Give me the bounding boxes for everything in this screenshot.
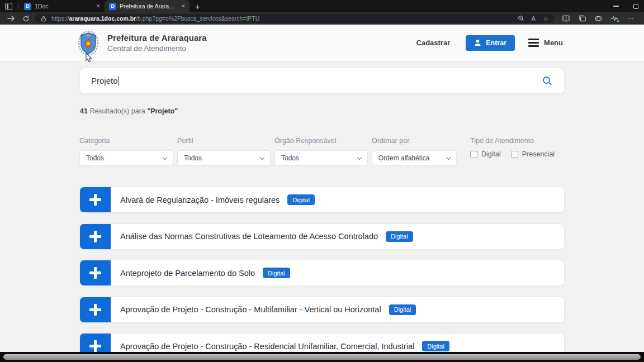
browser-tab-strip: D 1Doc × D Prefeitura de Araraquara | 1D… <box>0 0 644 12</box>
perfil-label: Perfil <box>177 137 271 145</box>
collections-icon[interactable] <box>577 15 586 22</box>
window-restore-button[interactable] <box>633 4 638 9</box>
service-title: Anteprojeto de Parcelamento do Solo <box>120 269 255 278</box>
service-title: Aprovação de Projeto - Construção - Mult… <box>120 305 381 314</box>
tipo-atendimento-label: Tipo de Atendimento <box>470 137 555 145</box>
browser-essentials-icon[interactable] <box>610 15 619 22</box>
tab-title: Prefeitura de Araraquara | 1Doc <box>120 3 178 9</box>
login-button[interactable]: Entrar <box>466 35 515 51</box>
new-tab-button[interactable]: + <box>195 2 200 11</box>
register-link[interactable]: Cadastrar <box>416 39 451 47</box>
tab-title: 1Doc <box>35 3 93 9</box>
expand-plus-icon[interactable] <box>80 260 111 285</box>
ordenar-select[interactable]: Ordem alfabética <box>372 150 457 166</box>
digital-badge: Digital <box>386 231 413 242</box>
hamburger-icon <box>528 39 539 47</box>
digital-checkbox[interactable]: Digital <box>470 150 501 158</box>
service-title: Alvará de Regularização - Imóveis regula… <box>120 196 280 204</box>
menu-button[interactable]: Menu <box>528 39 563 47</box>
refresh-icon[interactable] <box>20 14 31 23</box>
services-list: Alvará de Regularização - Imóveis regula… <box>79 187 565 362</box>
site-header: Prefeitura de Araraquara Central de Aten… <box>0 25 644 61</box>
site-favicon: D <box>24 3 31 10</box>
browser-tab-1doc[interactable]: D 1Doc × <box>20 0 105 12</box>
read-aloud-icon[interactable]: A <box>529 15 538 22</box>
digital-badge: Digital <box>389 304 416 315</box>
checkbox-icon[interactable] <box>511 151 518 158</box>
service-card[interactable]: Aprovação de Projeto - Construção - Mult… <box>79 297 565 323</box>
tab-close-icon[interactable]: × <box>181 3 185 9</box>
perfil-select[interactable]: Todos <box>177 150 271 166</box>
chevron-down-icon <box>163 155 167 159</box>
person-icon <box>474 39 481 46</box>
forward-icon[interactable] <box>6 14 17 23</box>
chevron-down-icon <box>357 155 362 159</box>
browser-tab-active[interactable]: D Prefeitura de Araraquara | 1Doc × <box>105 0 190 12</box>
split-screen-icon[interactable] <box>561 15 570 22</box>
service-card[interactable]: Alvará de Regularização - Imóveis regula… <box>79 187 565 213</box>
search-input[interactable]: Projeto <box>79 68 565 94</box>
lock-icon[interactable] <box>39 15 48 22</box>
favorites-star-icon[interactable]: ☆ <box>541 15 550 22</box>
categoria-select[interactable]: Todos <box>79 150 173 166</box>
digital-badge: Digital <box>422 341 449 351</box>
search-value: Projeto <box>91 76 118 85</box>
search-icon[interactable] <box>542 75 553 87</box>
service-card[interactable]: Análise das Normas Construtivas de Lotea… <box>79 223 565 250</box>
browser-toolbar: https://araraquara.1doc.com.br/b.php?pg=… <box>0 12 644 25</box>
status-dot <box>617 20 619 22</box>
expand-plus-icon[interactable] <box>80 297 111 322</box>
tab-divider <box>18 3 18 9</box>
orgao-select[interactable]: Todos <box>274 150 368 166</box>
expand-plus-icon[interactable] <box>80 224 111 249</box>
copilot-icon[interactable] <box>594 15 603 22</box>
tab-actions-icon[interactable] <box>5 3 12 10</box>
ordenar-label: Ordenar por <box>372 137 457 145</box>
url-text: https://araraquara.1doc.com.br/b.php?pg=… <box>51 15 513 22</box>
digital-badge: Digital <box>287 194 315 205</box>
expand-plus-icon[interactable] <box>80 187 111 212</box>
chevron-down-icon <box>446 155 451 159</box>
org-subtitle: Central de Atendimento <box>107 44 207 53</box>
tab-close-icon[interactable]: × <box>96 3 100 9</box>
bottom-scrollbar-track <box>0 352 644 362</box>
checkbox-icon[interactable] <box>470 151 477 158</box>
address-bar[interactable]: https://araraquara.1doc.com.br/b.php?pg=… <box>35 14 555 23</box>
brand[interactable]: Prefeitura de Araraquara Central de Aten… <box>77 30 207 56</box>
text-caret <box>119 76 119 86</box>
site-favicon: D <box>109 3 116 10</box>
filters-bar: Categoria Todos Perfil Todos Órgão Respo… <box>79 137 565 166</box>
service-card[interactable]: Anteprojeto de Parcelamento do Solo Digi… <box>79 260 565 286</box>
digital-badge: Digital <box>263 268 290 278</box>
orgao-label: Órgão Responsável <box>274 137 368 145</box>
settings-menu-icon[interactable]: ⋯ <box>626 15 635 22</box>
mouse-cursor <box>86 53 93 63</box>
service-title: Aprovação de Projeto - Construção - Resi… <box>120 342 414 351</box>
presencial-checkbox[interactable]: Presencial <box>511 150 555 158</box>
service-title: Análise das Normas Construtivas de Lotea… <box>120 232 378 241</box>
org-name: Prefeitura de Araraquara <box>107 33 207 42</box>
city-crest-logo <box>77 30 100 56</box>
categoria-label: Categoria <box>79 137 173 145</box>
chevron-down-icon <box>260 155 264 159</box>
results-count-line: 41 Resultado(s) para "Projeto" <box>80 107 178 115</box>
zoom-icon[interactable] <box>517 15 525 22</box>
scrollbar-thumb[interactable] <box>3 354 641 360</box>
window-minimize-button[interactable] <box>613 6 619 7</box>
